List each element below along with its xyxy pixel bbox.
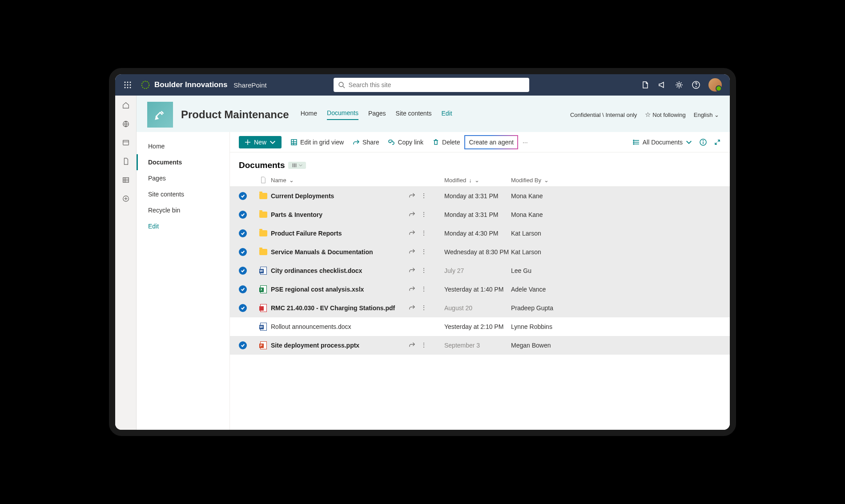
help-icon[interactable] [692, 80, 700, 89]
row-name[interactable]: City ordinances checklist.docx [271, 267, 409, 274]
share-row-icon[interactable] [409, 267, 415, 275]
table-row[interactable]: Service Manuals & Documentation⋮Wednesda… [230, 243, 730, 261]
more-row-icon[interactable]: ⋮ [421, 267, 427, 275]
row-modified-by[interactable]: Mona Kane [511, 211, 591, 218]
share-row-icon[interactable] [409, 192, 415, 200]
share-row-icon[interactable] [409, 304, 415, 312]
row-modified-by[interactable]: Mona Kane [511, 192, 591, 200]
lists-rail-icon[interactable] [121, 175, 131, 185]
row-checkbox[interactable] [239, 341, 247, 349]
table-row[interactable]: RMC 21.40.030 - EV Charging Stations.pdf… [230, 299, 730, 317]
row-name[interactable]: Site deployment process.pptx [271, 342, 409, 349]
follow-button[interactable]: Not following [645, 111, 685, 119]
share-row-icon[interactable] [409, 285, 415, 293]
view-selector[interactable]: All Documents [633, 139, 692, 146]
ql-home[interactable]: Home [137, 138, 229, 154]
col-modified-by-header[interactable]: Modified By ⌄ [511, 177, 591, 184]
nav-contents[interactable]: Site contents [396, 110, 432, 120]
nav-pages[interactable]: Pages [368, 110, 386, 120]
ql-documents[interactable]: Documents [137, 154, 229, 170]
megaphone-icon[interactable] [658, 80, 667, 89]
ql-pages[interactable]: Pages [137, 170, 229, 186]
col-name-header[interactable]: Name ⌄ [271, 177, 409, 184]
share-row-icon[interactable] [409, 341, 415, 349]
new-button[interactable]: New [239, 136, 282, 148]
org-name[interactable]: Boulder Innovations [154, 80, 227, 89]
row-checkbox[interactable] [239, 267, 247, 275]
app-name[interactable]: SharePoint [233, 81, 266, 89]
files-rail-icon[interactable] [121, 156, 131, 167]
news-rail-icon[interactable] [121, 137, 131, 148]
library-view-badge[interactable] [288, 162, 306, 169]
language-selector[interactable]: English [694, 112, 719, 118]
more-row-icon[interactable]: ⋮ [421, 285, 427, 293]
create-rail-icon[interactable] [121, 193, 131, 204]
more-row-icon[interactable]: ⋮ [421, 248, 427, 256]
sort-down-icon: ↓ [469, 177, 472, 184]
ql-recycle[interactable]: Recycle bin [137, 202, 229, 218]
site-logo-icon[interactable] [147, 102, 173, 128]
edit-grid-button[interactable]: Edit in grid view [290, 139, 344, 146]
more-row-icon[interactable]: ⋮ [421, 229, 427, 237]
row-checkbox[interactable] [239, 229, 247, 237]
row-checkbox[interactable] [239, 248, 247, 256]
nav-home[interactable]: Home [301, 110, 317, 120]
table-row[interactable]: City ordinances checklist.docx⋮July 27Le… [230, 261, 730, 280]
create-agent-button[interactable]: Create an agent [469, 139, 513, 146]
table-row[interactable]: Parts & Inventory⋮Monday at 3:31 PMMona … [230, 205, 730, 224]
table-row[interactable]: Current Deployments⋮Monday at 3:31 PMMon… [230, 187, 730, 205]
share-button[interactable]: Share [353, 139, 379, 146]
overflow-button[interactable]: ··· [523, 139, 528, 146]
row-checkbox[interactable] [239, 323, 247, 331]
ql-contents[interactable]: Site contents [137, 186, 229, 202]
row-name[interactable]: Current Deployments [271, 192, 409, 200]
expand-button[interactable] [714, 139, 721, 146]
nav-edit[interactable]: Edit [442, 110, 452, 120]
ql-edit[interactable]: Edit [137, 218, 229, 234]
more-row-icon[interactable]: ⋮ [421, 192, 427, 200]
row-name[interactable]: PSE regional cost analysis.xslx [271, 286, 409, 293]
row-name[interactable]: Service Manuals & Documentation [271, 248, 409, 256]
row-modified-by[interactable]: Megan Bowen [511, 342, 591, 349]
row-name[interactable]: Product Failure Reports [271, 230, 409, 237]
col-modified-header[interactable]: Modified ↓ ⌄ [444, 177, 511, 184]
word-file-icon [260, 323, 267, 331]
delete-button[interactable]: Delete [432, 139, 460, 146]
table-row[interactable]: Rollout announcements.docxYesterday at 2… [230, 317, 730, 336]
copy-link-button[interactable]: Copy link [388, 139, 423, 146]
row-modified-by[interactable]: Adele Vance [511, 286, 591, 293]
share-row-icon[interactable] [409, 211, 415, 219]
table-row[interactable]: Product Failure Reports⋮Monday at 4:30 P… [230, 224, 730, 243]
share-row-icon[interactable] [409, 248, 415, 256]
row-name[interactable]: RMC 21.40.030 - EV Charging Stations.pdf [271, 304, 409, 312]
search-input[interactable] [349, 81, 525, 88]
row-modified-by[interactable]: Lee Gu [511, 267, 591, 274]
globe-rail-icon[interactable] [121, 119, 131, 129]
row-name[interactable]: Rollout announcements.docx [271, 323, 409, 330]
row-checkbox[interactable] [239, 192, 247, 200]
row-checkbox[interactable] [239, 285, 247, 293]
table-row[interactable]: Site deployment process.pptx⋮September 3… [230, 336, 730, 355]
row-checkbox[interactable] [239, 211, 247, 219]
row-name[interactable]: Parts & Inventory [271, 211, 409, 218]
settings-icon[interactable] [675, 80, 684, 89]
share-row-icon[interactable] [409, 229, 415, 237]
col-type-icon[interactable] [256, 176, 271, 184]
site-title[interactable]: Product Maintenance [181, 108, 289, 121]
user-avatar[interactable] [708, 78, 722, 92]
app-launcher-icon[interactable] [119, 76, 137, 94]
more-row-icon[interactable]: ⋮ [421, 304, 427, 312]
table-row[interactable]: PSE regional cost analysis.xslx⋮Yesterda… [230, 280, 730, 299]
copilot-icon[interactable] [641, 80, 650, 89]
info-button[interactable] [700, 139, 707, 146]
nav-documents[interactable]: Documents [327, 109, 358, 120]
search-box[interactable] [334, 78, 529, 92]
row-checkbox[interactable] [239, 304, 247, 312]
more-row-icon[interactable]: ⋮ [421, 211, 427, 219]
row-modified-by[interactable]: Kat Larson [511, 248, 591, 256]
row-modified-by[interactable]: Lynne Robbins [511, 323, 591, 330]
row-modified-by[interactable]: Pradeep Gupta [511, 304, 591, 312]
row-modified-by[interactable]: Kat Larson [511, 230, 591, 237]
more-row-icon[interactable]: ⋮ [421, 341, 427, 349]
home-rail-icon[interactable] [121, 100, 131, 111]
